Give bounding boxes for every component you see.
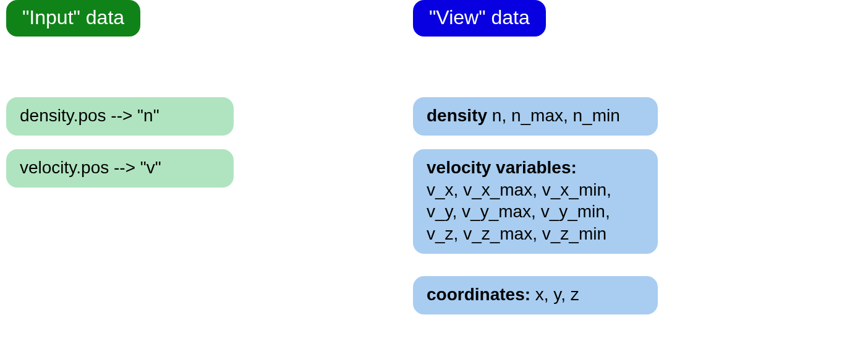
input-data-column: "Input" data density.pos --> "n" velocit… xyxy=(6,0,234,188)
view-item-velocity-label: velocity variables: xyxy=(427,158,577,177)
input-item-density: density.pos --> "n" xyxy=(6,97,234,136)
view-item-velocity: velocity variables: v_x, v_x_max, v_x_mi… xyxy=(413,149,658,254)
view-item-coordinates-values: x, y, z xyxy=(530,285,579,304)
view-data-header: "View" data xyxy=(413,0,546,37)
view-item-density: density n, n_max, n_min xyxy=(413,97,658,136)
view-data-column: "View" data density n, n_max, n_min velo… xyxy=(413,0,658,314)
view-item-density-values: n, n_max, n_min xyxy=(487,106,620,125)
input-data-header: "Input" data xyxy=(6,0,140,37)
input-item-velocity: velocity.pos --> "v" xyxy=(6,149,234,188)
view-item-density-label: density xyxy=(427,106,487,125)
view-item-coordinates-label: coordinates: xyxy=(427,285,530,304)
view-item-velocity-values: v_x, v_x_max, v_x_min, v_y, v_y_max, v_y… xyxy=(427,180,611,244)
view-item-coordinates: coordinates: x, y, z xyxy=(413,276,658,314)
